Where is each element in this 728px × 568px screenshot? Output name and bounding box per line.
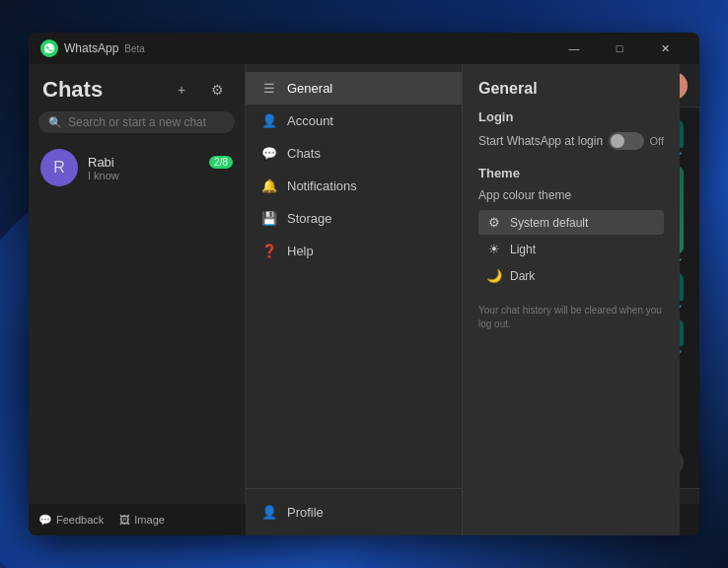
image-icon: 🖼 <box>119 514 130 526</box>
minimize-button[interactable]: — <box>551 33 597 64</box>
theme-section: Theme App colour theme ⚙ System default … <box>478 166 664 288</box>
close-button[interactable]: ✕ <box>642 33 688 64</box>
system-icon: ⚙ <box>486 215 502 230</box>
notifications-label: Notifications <box>287 178 357 193</box>
chats-nav-icon: 💬 <box>261 146 277 161</box>
title-bar-left: WhatsApp Beta <box>40 39 551 57</box>
login-section: Login Start WhatsApp at login Off <box>478 109 664 150</box>
settings-nav-help[interactable]: ❓ Help <box>246 235 462 267</box>
feedback-label: Feedback <box>56 514 104 526</box>
feedback-button[interactable]: 💬 Feedback <box>38 514 104 527</box>
search-bar: 🔍 <box>38 111 235 133</box>
settings-nav: ☰ General 👤 Account 💬 Chats 🔔 Notificati… <box>246 64 462 488</box>
light-label: Light <box>510 243 536 256</box>
app-title: WhatsApp <box>64 41 118 55</box>
theme-title: Theme <box>478 166 664 180</box>
toggle-label: Off <box>650 135 664 147</box>
dark-icon: 🌙 <box>486 268 502 283</box>
settings-note: Your chat history will be cleared when y… <box>478 304 664 331</box>
chat-name: Rabi <box>88 155 114 170</box>
general-label: General <box>287 81 332 96</box>
settings-nav-notifications[interactable]: 🔔 Notifications <box>246 170 462 202</box>
chat-item[interactable]: R Rabi 2/8 I know <box>29 141 245 194</box>
chats-header: Chats + ⚙ <box>29 64 245 111</box>
login-title: Login <box>478 109 664 124</box>
general-icon: ☰ <box>261 81 277 96</box>
image-button[interactable]: 🖼 Image <box>119 514 165 526</box>
main-content: Chats + ⚙ 🔍 R Rabi 2/8 I know <box>29 64 699 535</box>
theme-light[interactable]: ☀ Light <box>478 237 664 261</box>
image-label: Image <box>134 514 165 526</box>
maximize-button[interactable]: □ <box>597 33 642 64</box>
chats-nav-label: Chats <box>287 146 321 161</box>
dark-label: Dark <box>510 269 535 283</box>
help-label: Help <box>287 244 314 258</box>
settings-nav-account[interactable]: 👤 Account <box>246 105 462 137</box>
light-icon: ☀ <box>486 242 502 256</box>
system-label: System default <box>510 216 588 230</box>
settings-content: General Login Start WhatsApp at login Of… <box>463 64 680 535</box>
add-chat-button[interactable]: + <box>168 76 195 104</box>
toggle-knob <box>611 134 624 148</box>
chats-panel: Chats + ⚙ 🔍 R Rabi 2/8 I know <box>29 64 246 535</box>
app-window: WhatsApp Beta — □ ✕ Chats + ⚙ 🔍 <box>29 33 699 535</box>
search-icon: 🔍 <box>48 116 62 129</box>
storage-label: Storage <box>287 211 332 226</box>
title-bar: WhatsApp Beta — □ ✕ <box>29 33 699 64</box>
theme-dark[interactable]: 🌙 Dark <box>478 263 664 288</box>
theme-subtitle: App colour theme <box>478 188 664 202</box>
settings-button[interactable]: ⚙ <box>203 76 231 104</box>
login-toggle[interactable] <box>609 132 644 150</box>
chats-title: Chats <box>42 77 103 103</box>
settings-section-title: General <box>478 80 664 98</box>
settings-nav-general[interactable]: ☰ General <box>246 72 462 105</box>
profile-label: Profile <box>287 505 324 520</box>
profile-item[interactable]: 👤 Profile <box>261 497 446 528</box>
toggle-row: Off <box>609 132 664 150</box>
profile-icon: 👤 <box>261 505 277 520</box>
app-logo <box>40 39 58 57</box>
settings-overlay: ☰ General 👤 Account 💬 Chats 🔔 Notificati… <box>246 64 463 535</box>
theme-system-default[interactable]: ⚙ System default <box>478 210 664 235</box>
chats-header-actions: + ⚙ <box>168 76 231 104</box>
storage-icon: 💾 <box>261 211 277 226</box>
notifications-icon: 🔔 <box>261 178 277 193</box>
app-badge: Beta <box>124 43 145 54</box>
help-icon: ❓ <box>261 244 277 258</box>
chat-badge: 2/8 <box>209 156 233 169</box>
chat-name-row: Rabi 2/8 <box>88 155 233 170</box>
settings-nav-storage[interactable]: 💾 Storage <box>246 202 462 235</box>
chat-info: Rabi 2/8 I know <box>88 155 233 181</box>
account-icon: 👤 <box>261 113 277 128</box>
settings-nav-chats[interactable]: 💬 Chats <box>246 137 462 170</box>
account-label: Account <box>287 113 333 128</box>
login-label: Start WhatsApp at login <box>478 134 603 148</box>
search-input[interactable] <box>68 115 225 129</box>
login-row: Start WhatsApp at login Off <box>478 132 664 150</box>
avatar: R <box>40 149 78 186</box>
feedback-icon: 💬 <box>38 514 52 527</box>
chat-preview: I know <box>88 170 233 181</box>
settings-nav-footer: 👤 Profile <box>246 488 462 535</box>
title-bar-controls: — □ ✕ <box>551 33 688 64</box>
